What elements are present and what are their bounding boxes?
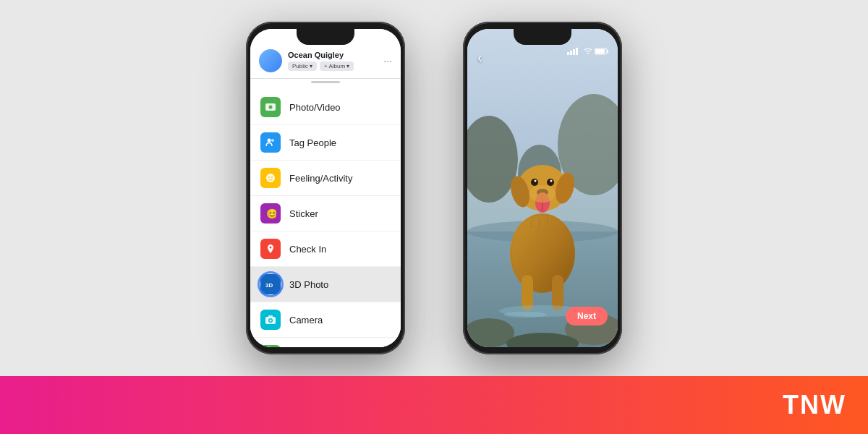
- menu-item-sell[interactable]: 💬 Sell Something: [250, 338, 401, 347]
- svg-point-40: [529, 185, 556, 203]
- 3d-photo-label: 3D Photo: [289, 279, 328, 290]
- camera-icon: [260, 310, 281, 330]
- phone-2: ‹: [463, 22, 622, 354]
- notch-1: [297, 29, 354, 45]
- sell-icon: 💬: [260, 345, 281, 347]
- photo-video-icon: [260, 97, 281, 117]
- dog-photo: [467, 29, 618, 347]
- svg-point-8: [270, 247, 272, 249]
- menu-item-check-in[interactable]: Check In: [250, 231, 401, 267]
- menu-item-tag-people[interactable]: Tag People: [250, 125, 401, 161]
- svg-point-6: [271, 176, 273, 178]
- album-btn[interactable]: + Album ▾: [320, 61, 354, 71]
- svg-text:😊: 😊: [266, 208, 276, 219]
- menu-item-3d-photo[interactable]: 3D 3D Photo: [250, 267, 401, 302]
- header-buttons: Public ▾ + Album ▾: [288, 61, 378, 71]
- tag-people-label: Tag People: [289, 137, 336, 148]
- svg-point-12: [270, 320, 272, 322]
- svg-rect-13: [268, 315, 273, 318]
- username: Ocean Quigley: [288, 51, 378, 59]
- feeling-icon: [260, 168, 281, 188]
- sticker-label: Sticker: [289, 208, 318, 219]
- sticker-icon: 😊: [260, 203, 281, 224]
- svg-point-3: [271, 139, 274, 142]
- phone-1: Ocean Quigley Public ▾ + Album ▾ ···: [246, 22, 405, 354]
- menu-item-feeling[interactable]: Feeling/Activity: [250, 161, 401, 196]
- svg-point-26: [510, 213, 575, 293]
- avatar: [259, 49, 282, 72]
- status-bar: [567, 48, 609, 55]
- svg-point-35: [535, 180, 537, 182]
- next-button[interactable]: Next: [566, 307, 608, 326]
- menu-item-photo-video[interactable]: Photo/Video: [250, 90, 401, 125]
- svg-rect-54: [595, 49, 605, 54]
- svg-point-36: [550, 180, 553, 182]
- svg-rect-50: [570, 51, 572, 55]
- svg-rect-49: [567, 52, 569, 55]
- feeling-label: Feeling/Activity: [289, 173, 352, 184]
- photo-viewer: ‹: [467, 29, 618, 347]
- menu-item-sticker[interactable]: 😊 Sticker: [250, 196, 401, 231]
- notch-2: [514, 29, 571, 45]
- svg-point-1: [269, 106, 273, 109]
- svg-point-34: [547, 179, 554, 186]
- footer-bar: TNW: [0, 376, 868, 434]
- signal-icon: [567, 48, 582, 55]
- scroll-line: [311, 81, 340, 83]
- svg-point-33: [531, 179, 538, 186]
- check-in-label: Check In: [289, 244, 326, 255]
- svg-point-4: [266, 174, 275, 182]
- svg-point-2: [268, 139, 271, 142]
- camera-label: Camera: [289, 315, 323, 326]
- tnw-logo: TNW: [783, 390, 846, 420]
- menu-list: Photo/Video Tag People Feeling/Activity: [250, 90, 401, 347]
- svg-point-5: [268, 176, 270, 178]
- wifi-icon: [584, 48, 592, 55]
- photo-video-label: Photo/Video: [289, 102, 341, 113]
- tag-people-icon: [260, 132, 281, 153]
- menu-item-camera[interactable]: Camera: [250, 302, 401, 338]
- phone-2-screen: ‹: [467, 29, 618, 347]
- check-in-icon: [260, 239, 281, 259]
- header-info: Ocean Quigley Public ▾ + Album ▾: [288, 51, 378, 71]
- svg-rect-51: [573, 49, 575, 55]
- phone-1-screen: Ocean Quigley Public ▾ + Album ▾ ···: [250, 29, 401, 347]
- battery-icon: [595, 48, 609, 55]
- back-button[interactable]: ‹: [477, 49, 482, 66]
- svg-rect-55: [607, 50, 608, 53]
- public-btn[interactable]: Public ▾: [288, 61, 317, 71]
- svg-point-45: [503, 312, 547, 318]
- scroll-indicator: [250, 79, 401, 85]
- svg-rect-52: [576, 48, 578, 55]
- more-options-icon[interactable]: ···: [383, 55, 392, 67]
